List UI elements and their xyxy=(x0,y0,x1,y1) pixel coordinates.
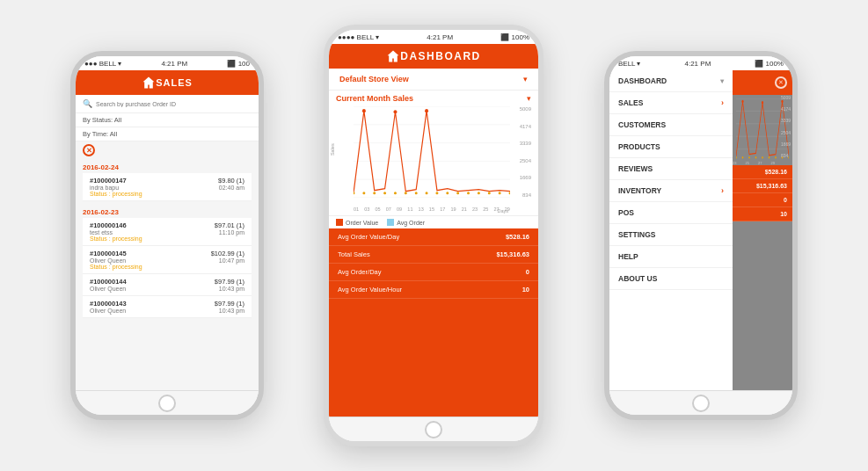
x-label: 05 xyxy=(376,207,381,212)
stat-value-4: 10 xyxy=(522,286,529,293)
bg-stat-row-4: 10 xyxy=(733,207,792,221)
stat-label-4: Avg Order Value/Hour xyxy=(338,286,402,293)
svg-point-36 xyxy=(755,156,757,158)
order-time: 02:40 am xyxy=(219,185,244,191)
svg-point-10 xyxy=(362,192,365,194)
order-name: indra bapu xyxy=(90,185,119,191)
bg-y-label: 834 xyxy=(781,153,791,158)
stat-row-1: Avg Order Value/Day $528.16 xyxy=(329,228,538,246)
svg-point-6 xyxy=(362,109,366,112)
menu-item-reviews[interactable]: REVIEWS xyxy=(609,158,733,180)
chart-title: Current Month Sales xyxy=(336,94,413,103)
stats-section: Avg Order Value/Day $528.16 Total Sales … xyxy=(329,228,538,417)
home-button-left[interactable] xyxy=(76,390,259,415)
order-status: Status : processing xyxy=(90,236,244,242)
order-item[interactable]: #100000146 $97.01 (1) test etss 11:10 pm… xyxy=(83,218,252,246)
bg-x-label: 25 xyxy=(746,161,749,165)
home-circle-left[interactable] xyxy=(158,395,176,412)
menu-overlay: DASHBOARD ▾ SALES › CUSTOMERS PRODUCTS R… xyxy=(609,70,733,390)
order-amount: $97.01 (1) xyxy=(215,221,244,229)
menu-item-label: DASHBOARD xyxy=(618,76,667,85)
stat-row-2: Total Sales $15,316.63 xyxy=(329,246,538,264)
menu-item-pos[interactable]: POS xyxy=(609,202,733,224)
legend-order-label: Order Value xyxy=(346,220,378,226)
home-circle-center[interactable] xyxy=(425,421,442,438)
menu-item-label: HELP xyxy=(618,252,638,261)
svg-point-13 xyxy=(394,192,397,194)
y-label-3: 3339 xyxy=(520,141,531,146)
order-item[interactable]: #100000145 $102.99 (1) Oliver Queen 10:4… xyxy=(83,246,252,274)
bg-y-label: 5009 xyxy=(781,95,791,100)
phone-right: BELL ▾ 4:21 PM ⬛ 100% DASHBOARD ▾ SALES … xyxy=(604,51,798,420)
search-bar[interactable]: 🔍 xyxy=(76,95,259,113)
svg-point-38 xyxy=(769,156,770,158)
order-amount: $97.99 (1) xyxy=(215,300,244,308)
chart-chevron-icon[interactable]: ▾ xyxy=(527,94,531,103)
battery-left: ⬛ 100 xyxy=(227,60,250,68)
close-icon[interactable]: ✕ xyxy=(775,76,787,89)
menu-item-label: POS xyxy=(618,208,634,217)
order-item[interactable]: #100000143 $97.99 (1) Oliver Queen 10:43… xyxy=(83,296,252,318)
svg-point-14 xyxy=(405,192,407,194)
menu-item-sales[interactable]: SALES › xyxy=(609,92,733,114)
order-status: Status : processing xyxy=(90,191,244,197)
svg-point-24 xyxy=(509,192,510,194)
dashboard-bg-header: ✕ xyxy=(733,70,792,95)
order-amount: $102.99 (1) xyxy=(211,250,244,257)
menu-item-customers[interactable]: CUSTOMERS xyxy=(609,114,733,136)
phones-container: ●●● BELL ▾ 4:21 PM ⬛ 100 SALES 🔍 By Stat… xyxy=(0,0,868,471)
svg-point-9 xyxy=(354,192,354,194)
filter-time: By Time: All xyxy=(76,127,259,141)
close-button[interactable]: ✕ xyxy=(83,144,95,156)
order-time: 10:43 pm xyxy=(219,286,244,292)
chevron-down-icon: ▾ xyxy=(523,75,528,83)
stat-row-4: Avg Order Value/Hour 10 xyxy=(329,281,538,299)
home-button-right[interactable] xyxy=(609,390,792,415)
x-label: 01 xyxy=(354,207,359,212)
legend-blue-icon xyxy=(387,219,394,226)
chevron-down-icon: ▾ xyxy=(720,77,724,85)
menu-item-aboutus[interactable]: ABOUT US xyxy=(609,268,733,290)
order-name: test etss xyxy=(90,229,113,236)
x-label: 09 xyxy=(397,207,402,212)
sales-title: SALES xyxy=(156,77,193,88)
order-item[interactable]: #100000144 $97.99 (1) Oliver Queen 10:43… xyxy=(83,274,252,296)
sales-screen: 🔍 By Status: All By Time: All ✕ 2016-02-… xyxy=(76,95,259,390)
menu-item-help[interactable]: HELP xyxy=(609,246,733,268)
store-label: Default Store View xyxy=(339,75,409,83)
home-button-center[interactable] xyxy=(329,417,538,441)
battery-center: ⬛ 100% xyxy=(500,33,529,41)
menu-item-settings[interactable]: SETTINGS xyxy=(609,224,733,246)
order-num: #100000146 xyxy=(90,221,127,229)
home-circle-right[interactable] xyxy=(692,395,710,412)
order-num: #100000143 xyxy=(90,300,127,308)
store-selector[interactable]: Default Store View ▾ xyxy=(329,69,538,91)
order-time: 10:43 pm xyxy=(219,308,244,314)
menu-item-inventory[interactable]: INVENTORY › xyxy=(609,180,733,202)
svg-point-39 xyxy=(775,156,777,158)
carrier-right: BELL ▾ xyxy=(618,60,641,68)
menu-item-products[interactable]: PRODUCTS xyxy=(609,136,733,158)
stat-value-1: $528.16 xyxy=(506,233,529,241)
y-label-1: 5009 xyxy=(520,106,531,112)
svg-point-31 xyxy=(762,101,763,105)
close-btn-row: ✕ xyxy=(76,141,259,159)
bg-stats: $528.16 $15,316.63 0 10 xyxy=(733,165,792,221)
menu-item-dashboard[interactable]: DASHBOARD ▾ xyxy=(609,70,733,92)
search-input[interactable] xyxy=(96,101,252,107)
menu-item-label: ABOUT US xyxy=(618,274,657,283)
menu-item-label: REVIEWS xyxy=(618,164,653,173)
sales-header: SALES xyxy=(76,70,259,95)
menu-item-label: PRODUCTS xyxy=(618,142,660,151)
order-name: Oliver Queen xyxy=(90,257,126,264)
bg-stat-row-2: $15,316.63 xyxy=(733,179,792,193)
bg-stat-val-3: 0 xyxy=(784,197,787,203)
svg-point-35 xyxy=(748,156,750,158)
battery-right: ⬛ 100% xyxy=(755,60,784,68)
order-item[interactable]: #100000147 $9.80 (1) indra bapu 02:40 am… xyxy=(83,173,252,201)
bg-x-labels: 23 25 27 29 xyxy=(733,161,775,165)
svg-point-23 xyxy=(499,192,501,194)
x-label: 03 xyxy=(364,207,369,212)
order-name: Oliver Queen xyxy=(90,308,126,314)
bg-stat-val-4: 10 xyxy=(780,211,787,217)
